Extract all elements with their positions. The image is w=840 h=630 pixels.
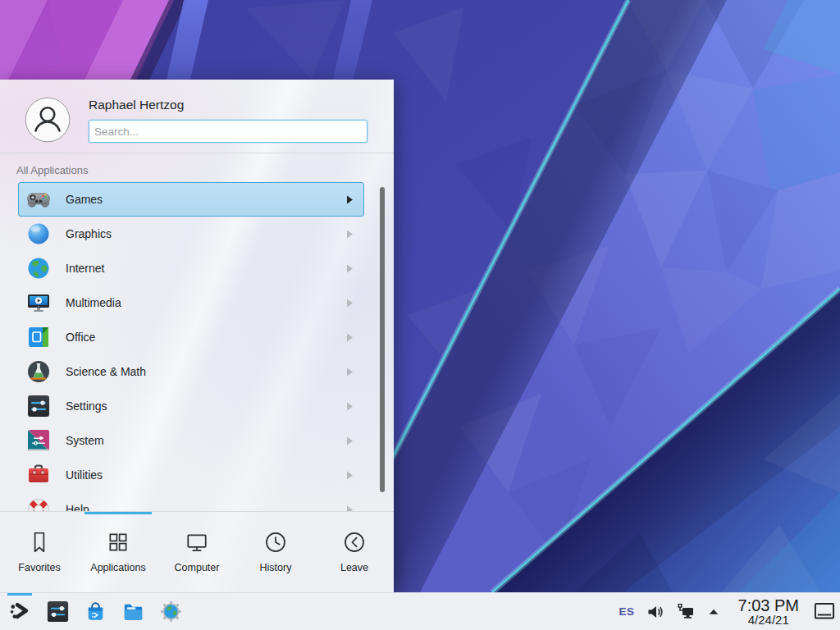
keyboard-layout-indicator[interactable]: ES — [619, 605, 635, 618]
category-row-help[interactable]: Help — [18, 492, 364, 511]
computer-icon — [185, 530, 209, 555]
user-avatar[interactable] — [25, 97, 71, 143]
tab-label: Applications — [90, 562, 145, 573]
science-icon — [25, 358, 52, 385]
category-row-multimedia[interactable]: Multimedia — [18, 285, 364, 320]
tab-computer[interactable]: Computer — [158, 512, 236, 592]
internet-icon — [25, 255, 52, 281]
section-label: All Applications — [16, 164, 88, 176]
desktop: Raphael Hertzog All Applications GamesGr… — [0, 0, 840, 630]
tab-bar: FavoritesApplicationsComputerHistoryLeav… — [0, 512, 394, 592]
tab-label: History — [260, 562, 292, 573]
category-label: Office — [66, 331, 95, 344]
digital-clock[interactable]: 7:03 PM 4/24/21 — [738, 597, 799, 627]
tab-history[interactable]: History — [236, 512, 315, 592]
application-launcher-button[interactable] — [7, 593, 33, 630]
clock-time: 7:03 PM — [738, 597, 799, 614]
office-icon — [25, 324, 52, 350]
settings-icon — [25, 393, 52, 419]
volume-icon[interactable] — [646, 602, 665, 622]
header-divider — [0, 153, 394, 153]
category-label: Help — [66, 503, 89, 511]
chevron-right-icon — [346, 368, 354, 377]
help-icon — [25, 496, 52, 511]
taskbar-launchers — [0, 593, 184, 630]
category-row-system[interactable]: System — [18, 423, 364, 458]
discover-icon — [83, 599, 108, 624]
category-label: Science & Math — [66, 365, 146, 378]
category-label: Utilities — [66, 468, 103, 482]
active-tab-indicator — [84, 512, 152, 514]
kickoff-icon — [7, 599, 33, 624]
chevron-right-icon — [346, 333, 354, 342]
chevron-right-icon — [346, 436, 354, 445]
tab-leave[interactable]: Leave — [315, 512, 394, 592]
category-row-games[interactable]: Games — [18, 182, 364, 217]
tab-favorites[interactable]: Favorites — [0, 512, 79, 592]
category-label: Multimedia — [66, 296, 121, 309]
file-manager-button[interactable] — [120, 593, 146, 630]
clock-date: 4/24/21 — [738, 614, 799, 626]
chevron-right-icon — [346, 230, 354, 239]
expand-tray-icon[interactable] — [706, 602, 726, 622]
category-row-settings[interactable]: Settings — [18, 389, 364, 423]
taskbar: ES 7:03 PM 4/24/21 — [0, 592, 840, 630]
category-list: GamesGraphicsInternetMultimediaOfficeSci… — [0, 182, 394, 511]
category-label: Games — [66, 193, 103, 206]
chevron-right-icon — [346, 505, 354, 512]
category-label: System — [66, 434, 104, 447]
multimedia-icon — [25, 290, 52, 316]
tab-label: Computer — [175, 562, 220, 573]
dolphin-icon — [121, 599, 146, 624]
system-settings-button[interactable] — [44, 593, 71, 630]
category-label: Graphics — [66, 227, 112, 240]
system-icon — [25, 427, 52, 454]
search-input[interactable] — [89, 120, 368, 143]
web-browser-button[interactable] — [158, 593, 184, 630]
application-launcher-menu: Raphael Hertzog All Applications GamesGr… — [0, 80, 394, 592]
tab-label: Leave — [340, 562, 368, 573]
show-desktop-button[interactable] — [813, 600, 836, 623]
menu-header: Raphael Hertzog — [0, 80, 394, 153]
discover-software-button[interactable] — [82, 593, 108, 630]
chevron-right-icon — [346, 402, 354, 411]
utilities-icon — [25, 462, 52, 488]
category-row-internet[interactable]: Internet — [18, 251, 364, 285]
systemsettings-icon — [45, 599, 71, 624]
category-row-office[interactable]: Office — [18, 320, 364, 354]
scrollbar-thumb[interactable] — [380, 187, 385, 492]
leave-icon — [342, 530, 367, 555]
chevron-right-icon — [346, 195, 354, 204]
system-tray: ES 7:03 PM 4/24/21 — [619, 593, 840, 630]
category-row-science[interactable]: Science & Math — [18, 354, 364, 389]
tab-label: Favorites — [18, 562, 60, 573]
category-label: Settings — [66, 399, 107, 413]
category-row-utilities[interactable]: Utilities — [18, 458, 364, 492]
chevron-right-icon — [346, 264, 354, 273]
category-label: Internet — [66, 262, 104, 275]
network-icon[interactable] — [676, 602, 696, 622]
category-row-graphics[interactable]: Graphics — [18, 217, 364, 251]
chevron-right-icon — [346, 471, 354, 480]
games-icon — [25, 186, 52, 212]
applications-icon — [106, 530, 130, 555]
favorites-icon — [27, 530, 52, 555]
user-name: Raphael Hertzog — [89, 98, 184, 112]
browser-icon — [158, 599, 184, 624]
chevron-right-icon — [346, 299, 354, 308]
tab-applications[interactable]: Applications — [79, 512, 158, 592]
graphics-icon — [25, 221, 52, 247]
history-icon — [263, 530, 288, 555]
